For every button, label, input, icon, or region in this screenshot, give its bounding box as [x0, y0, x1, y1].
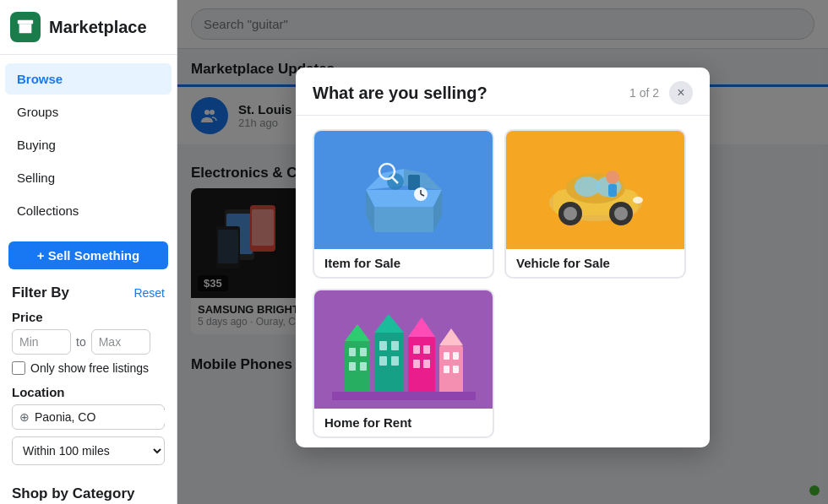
svg-rect-0: [18, 20, 33, 24]
sidebar-header: Marketplace: [0, 0, 177, 55]
location-label: Location: [12, 385, 165, 399]
svg-marker-43: [345, 324, 370, 341]
svg-marker-17: [366, 190, 442, 207]
svg-rect-59: [423, 360, 430, 368]
svg-rect-45: [360, 348, 367, 356]
sidebar-item-buying[interactable]: Buying: [5, 129, 172, 160]
modal-close-button[interactable]: ×: [669, 81, 693, 105]
category-card-vehicle-for-sale[interactable]: Vehicle for Sale: [504, 129, 686, 279]
svg-point-39: [633, 197, 643, 203]
category-card-item-for-sale[interactable]: Item for Sale: [313, 129, 494, 279]
sidebar-nav: Browse Groups Buying Selling Collections: [0, 55, 177, 235]
distance-select[interactable]: Within 100 miles: [12, 436, 165, 465]
category-card-home-for-rent[interactable]: Home for Rent: [313, 289, 494, 438]
home-for-rent-image: [314, 290, 493, 409]
location-input-wrap[interactable]: ⊕: [12, 404, 165, 430]
selling-category-grid: Item for Sale: [313, 129, 693, 438]
vehicle-for-sale-label: Vehicle for Sale: [506, 249, 684, 277]
svg-rect-53: [391, 356, 399, 366]
svg-rect-52: [379, 356, 387, 366]
svg-rect-65: [453, 366, 459, 373]
svg-point-36: [564, 207, 577, 220]
filter-reset-button[interactable]: Reset: [133, 286, 165, 300]
svg-marker-49: [374, 314, 404, 333]
item-for-sale-label: Item for Sale: [314, 249, 493, 277]
vehicle-for-sale-image: [506, 131, 684, 249]
svg-rect-66: [332, 392, 476, 400]
svg-rect-56: [413, 345, 420, 354]
marketplace-icon: [10, 12, 41, 42]
svg-rect-44: [349, 348, 356, 356]
svg-marker-55: [408, 317, 435, 337]
filter-title: Filter By Reset: [12, 285, 165, 301]
modal-title: What are you selling?: [313, 84, 488, 103]
svg-point-38: [614, 207, 628, 220]
modal: What are you selling? 1 of 2 ×: [296, 68, 710, 447]
sidebar-item-collections[interactable]: Collections: [5, 195, 172, 226]
sidebar-item-browse[interactable]: Browse: [5, 63, 172, 95]
svg-rect-62: [444, 352, 449, 360]
sidebar: Marketplace Browse Groups Buying Selling…: [0, 0, 177, 504]
price-min-input[interactable]: [12, 329, 71, 355]
free-listings-row: Only show free listings: [12, 361, 165, 375]
svg-rect-58: [413, 360, 420, 368]
price-row: to: [12, 329, 165, 355]
svg-marker-61: [439, 328, 463, 345]
price-label: Price: [12, 310, 165, 324]
svg-rect-46: [349, 362, 356, 371]
svg-rect-47: [360, 362, 367, 371]
modal-overlay[interactable]: What are you selling? 1 of 2 ×: [177, 0, 828, 504]
sidebar-title: Marketplace: [49, 18, 147, 37]
modal-header: What are you selling? 1 of 2 ×: [296, 68, 710, 116]
svg-rect-50: [379, 341, 387, 350]
sidebar-item-groups[interactable]: Groups: [5, 96, 172, 127]
free-listings-label: Only show free listings: [30, 361, 149, 375]
svg-rect-64: [444, 366, 449, 373]
home-for-rent-label: Home for Rent: [314, 409, 493, 436]
price-to-label: to: [76, 335, 86, 349]
svg-rect-57: [423, 345, 430, 354]
modal-body: Item for Sale: [296, 116, 710, 447]
svg-rect-54: [408, 337, 435, 396]
price-max-input[interactable]: [91, 329, 150, 355]
main-content: Marketplace Updates St. Louis Blues & 21…: [177, 0, 828, 504]
svg-rect-41: [608, 184, 617, 197]
svg-rect-24: [408, 175, 420, 190]
free-listings-checkbox[interactable]: [12, 361, 25, 375]
svg-rect-63: [453, 352, 459, 360]
item-for-sale-image: [314, 131, 493, 249]
location-input[interactable]: [35, 410, 177, 424]
filter-section: Filter By Reset Price to Only show free …: [0, 276, 177, 485]
svg-rect-60: [439, 345, 463, 396]
location-icon: ⊕: [19, 410, 30, 424]
svg-point-40: [606, 171, 619, 184]
sidebar-item-selling[interactable]: Selling: [5, 162, 172, 193]
svg-rect-51: [391, 341, 399, 350]
modal-step: 1 of 2: [629, 86, 659, 100]
shop-by-category-title: Shop by Category: [0, 485, 177, 504]
svg-rect-18: [374, 207, 433, 232]
sell-something-button[interactable]: + Sell Something: [8, 241, 168, 269]
modal-header-right: 1 of 2 ×: [629, 81, 693, 105]
svg-rect-48: [374, 333, 404, 396]
